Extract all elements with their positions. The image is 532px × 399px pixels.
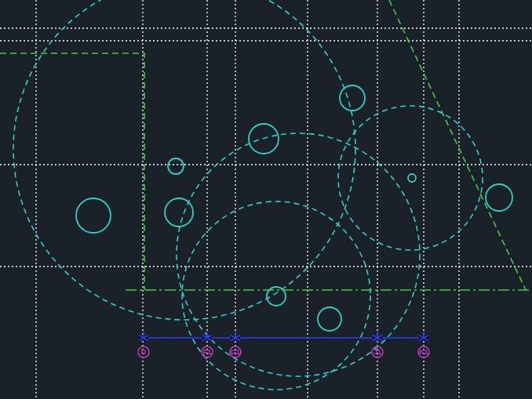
circle-entity bbox=[168, 158, 184, 174]
point-k1[interactable]: K1 bbox=[418, 346, 429, 357]
green-line bbox=[389, 0, 526, 290]
circle-entity bbox=[486, 184, 512, 211]
circle-entity bbox=[76, 198, 111, 233]
point-label: G1 bbox=[231, 348, 240, 356]
dimension-line bbox=[139, 332, 428, 340]
point-g1[interactable]: G1 bbox=[230, 346, 241, 357]
green-construction bbox=[0, 0, 532, 290]
point-markers[interactable]: DF1G1J1K1 bbox=[138, 346, 429, 357]
construction-circle bbox=[13, 0, 355, 320]
point-d[interactable]: D bbox=[138, 346, 149, 357]
point-label: F1 bbox=[203, 348, 212, 356]
construction-circle bbox=[182, 201, 370, 390]
circle-entity bbox=[408, 174, 416, 182]
circle-entity bbox=[165, 198, 193, 227]
green-polyline bbox=[0, 53, 144, 290]
dashed-circles bbox=[13, 0, 483, 390]
point-label: K1 bbox=[419, 348, 428, 356]
grid-lines bbox=[0, 0, 532, 399]
construction-circle bbox=[338, 106, 483, 250]
point-j1[interactable]: J1 bbox=[372, 346, 383, 357]
point-label: D bbox=[141, 348, 147, 356]
circle-entity bbox=[340, 85, 365, 111]
point-label: J1 bbox=[373, 348, 381, 356]
circle-entity bbox=[318, 307, 341, 331]
point-f1[interactable]: F1 bbox=[202, 346, 213, 357]
circle-entity bbox=[267, 287, 286, 306]
construction-circle bbox=[177, 133, 420, 376]
cad-viewport[interactable]: DF1G1J1K1 bbox=[0, 0, 532, 399]
